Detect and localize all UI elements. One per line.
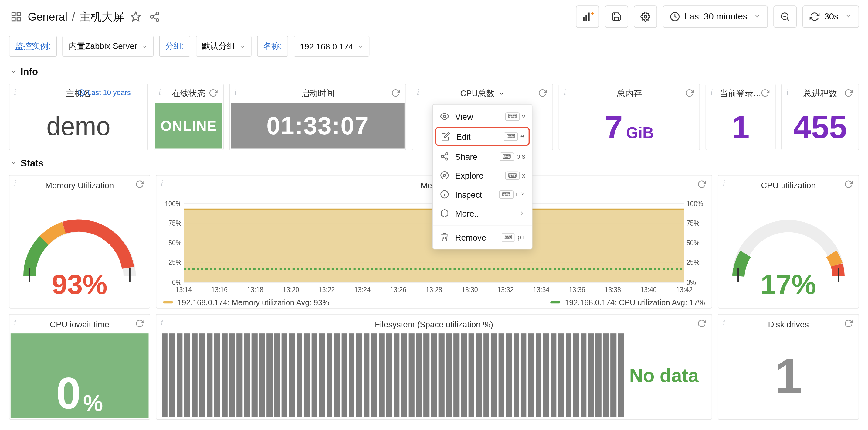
panel-cpu-iowait: iCPU iowait time 0% bbox=[9, 314, 150, 420]
refresh-icon[interactable] bbox=[391, 88, 401, 98]
svg-marker-27 bbox=[443, 174, 446, 177]
info-icon[interactable]: i bbox=[14, 178, 17, 188]
refresh-icon[interactable] bbox=[844, 180, 854, 190]
topbar: General / 主机大屏 + Last 30 minutes bbox=[0, 0, 868, 33]
svg-line-8 bbox=[153, 14, 156, 16]
refresh-interval-label: 30s bbox=[824, 11, 838, 22]
topbar-right: + Last 30 minutes 30s bbox=[576, 5, 859, 28]
refresh-icon[interactable] bbox=[697, 319, 707, 329]
info-row: i主机名 Last 10 years demo i在线状态 ONLINE i启动… bbox=[0, 84, 868, 156]
menu-remove[interactable]: Remove ⌨p r bbox=[433, 228, 532, 247]
svg-rect-0 bbox=[12, 12, 15, 16]
edit-icon bbox=[441, 132, 451, 142]
total-processes-value: 455 bbox=[793, 108, 847, 145]
breadcrumb-folder[interactable]: General bbox=[28, 10, 67, 23]
time-range-picker[interactable]: Last 30 minutes bbox=[663, 5, 768, 28]
info-icon[interactable]: i bbox=[161, 318, 163, 327]
refresh-icon[interactable] bbox=[685, 88, 695, 98]
svg-text:50%: 50% bbox=[168, 239, 182, 247]
refresh-icon[interactable] bbox=[844, 88, 854, 98]
svg-rect-11 bbox=[586, 15, 587, 21]
svg-point-26 bbox=[441, 172, 448, 179]
menu-view[interactable]: View ⌨v bbox=[433, 107, 532, 126]
panel-title-menu-trigger[interactable]: CPU总数 bbox=[460, 88, 504, 99]
svg-text:13:14: 13:14 bbox=[176, 285, 192, 294]
svg-text:100%: 100% bbox=[686, 200, 703, 208]
svg-rect-2 bbox=[12, 18, 15, 21]
zoom-out-button[interactable] bbox=[774, 5, 797, 28]
panel-context-menu: View ⌨v Edit ⌨e Share ⌨p s Explore ⌨x In… bbox=[432, 104, 532, 249]
share-icon[interactable] bbox=[147, 9, 162, 24]
svg-text:100%: 100% bbox=[165, 200, 182, 208]
info-icon[interactable]: i bbox=[711, 87, 713, 97]
hostname-value: demo bbox=[46, 111, 111, 142]
info-icon[interactable]: i bbox=[158, 87, 161, 97]
chevron-down-icon bbox=[845, 11, 852, 22]
refresh-icon[interactable] bbox=[538, 88, 548, 98]
svg-point-6 bbox=[150, 15, 153, 18]
timeseries-legend: 192.168.0.174: Memory utilization Avg: 9… bbox=[162, 294, 706, 307]
panel-total-processes: i总进程数 455 bbox=[781, 84, 859, 150]
star-icon[interactable] bbox=[128, 9, 143, 24]
total-memory-value: 7 bbox=[605, 108, 623, 145]
panel-total-memory: i总内存 7GiB bbox=[559, 84, 700, 150]
gauge-memory: 93% bbox=[18, 209, 141, 293]
menu-share[interactable]: Share ⌨p s bbox=[433, 147, 532, 166]
add-panel-button[interactable]: + bbox=[576, 5, 599, 28]
menu-explore[interactable]: Explore ⌨x bbox=[433, 166, 532, 184]
panel-time-override[interactable]: Last 10 years bbox=[78, 88, 131, 96]
svg-text:13:38: 13:38 bbox=[604, 285, 621, 294]
info-icon[interactable]: i bbox=[234, 87, 237, 97]
chevron-down-icon bbox=[10, 67, 17, 78]
svg-text:13:18: 13:18 bbox=[247, 285, 264, 294]
svg-point-7 bbox=[156, 19, 159, 21]
info-icon[interactable]: i bbox=[14, 318, 17, 327]
total-memory-unit: GiB bbox=[626, 124, 654, 141]
filter-group-select[interactable]: 默认分组 bbox=[196, 35, 251, 57]
info-icon[interactable]: i bbox=[564, 87, 566, 97]
filter-name-select[interactable]: 192.168.0.174 bbox=[294, 35, 369, 57]
refresh-icon[interactable] bbox=[844, 319, 854, 329]
svg-point-14 bbox=[644, 16, 647, 18]
settings-button[interactable] bbox=[634, 5, 657, 28]
menu-edit[interactable]: Edit ⌨e bbox=[435, 127, 530, 146]
info-icon[interactable]: i bbox=[723, 318, 725, 327]
svg-point-5 bbox=[156, 12, 159, 15]
dashboard-grid-icon[interactable] bbox=[9, 9, 23, 24]
svg-point-21 bbox=[445, 153, 448, 155]
info-icon[interactable]: i bbox=[14, 87, 17, 97]
trash-icon bbox=[439, 232, 450, 242]
svg-text:13:34: 13:34 bbox=[533, 285, 550, 294]
refresh-icon[interactable] bbox=[209, 88, 219, 98]
breadcrumb-sep: / bbox=[72, 10, 75, 23]
menu-inspect[interactable]: Inspect ⌨i bbox=[433, 185, 532, 204]
breadcrumb: General / 主机大屏 bbox=[9, 9, 162, 24]
refresh-icon[interactable] bbox=[761, 88, 771, 98]
svg-text:13:30: 13:30 bbox=[462, 285, 478, 294]
chevron-down-icon bbox=[10, 158, 17, 169]
svg-text:75%: 75% bbox=[168, 219, 182, 227]
page-title[interactable]: 主机大屏 bbox=[80, 9, 124, 24]
svg-text:13:24: 13:24 bbox=[354, 285, 371, 294]
menu-more[interactable]: More... bbox=[433, 204, 532, 223]
panel-uptime: i启动时间 01:33:07 bbox=[229, 84, 406, 150]
refresh-icon[interactable] bbox=[135, 319, 145, 329]
iowait-unit: % bbox=[83, 391, 103, 416]
svg-text:13:40: 13:40 bbox=[640, 285, 657, 294]
refresh-icon[interactable] bbox=[697, 180, 707, 190]
refresh-picker[interactable]: 30s bbox=[802, 5, 859, 28]
info-icon[interactable]: i bbox=[161, 178, 163, 188]
refresh-icon[interactable] bbox=[135, 180, 145, 190]
info-icon[interactable]: i bbox=[417, 87, 419, 97]
info-icon[interactable]: i bbox=[786, 87, 788, 97]
info-icon[interactable]: i bbox=[723, 178, 725, 188]
info-circle-icon bbox=[439, 189, 450, 199]
section-info[interactable]: Info bbox=[0, 65, 868, 84]
compass-icon bbox=[439, 170, 450, 180]
save-button[interactable] bbox=[605, 5, 628, 28]
svg-text:13:28: 13:28 bbox=[426, 285, 442, 294]
svg-text:13:16: 13:16 bbox=[211, 285, 228, 294]
filter-instance-select[interactable]: 内置Zabbix Server bbox=[63, 35, 154, 57]
chevron-down-icon bbox=[240, 41, 245, 51]
chevron-down-icon bbox=[142, 41, 147, 51]
